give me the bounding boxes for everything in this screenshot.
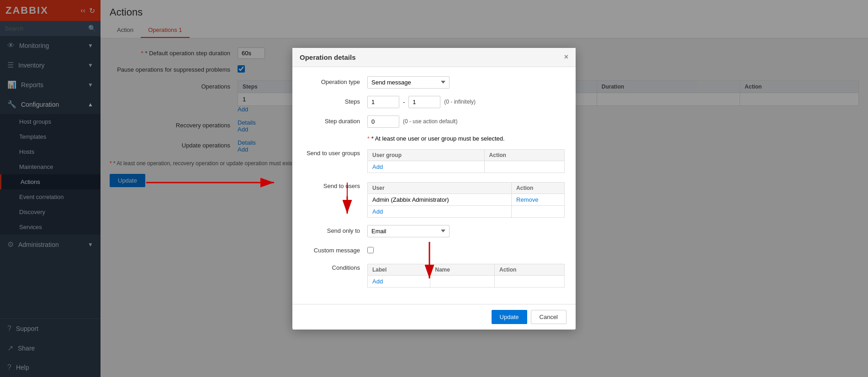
operation-details-modal: Operation details × Operation type Send … — [292, 48, 576, 330]
step-duration-input[interactable] — [367, 115, 399, 128]
send-to-groups-field: User group Action Add — [367, 147, 565, 173]
send-to-groups-row: Send to user groups User group Action Ad… — [303, 147, 565, 173]
step-duration-row: Step duration (0 - use action default) — [303, 115, 565, 128]
send-to-users-row: Send to users User Action Admin (Zabbix … — [303, 180, 565, 218]
remove-user-link[interactable]: Remove — [516, 196, 538, 203]
at-least-user-note: * * At least one user or user group must… — [367, 135, 565, 142]
operation-type-field: Send message Remote command — [367, 76, 565, 89]
step-duration-label: Step duration — [303, 115, 367, 125]
send-to-users-field: User Action Admin (Zabbix Administrator)… — [367, 180, 565, 218]
conditions-row: Conditions Label Name Action Add — [303, 262, 565, 288]
add-user-link[interactable]: Add — [372, 208, 383, 215]
steps-to-input[interactable] — [408, 96, 440, 108]
modal-close-button[interactable]: × — [564, 53, 568, 61]
user-name: Admin (Zabbix Administrator) — [368, 194, 512, 205]
label-col: Label — [368, 264, 430, 275]
table-row: Admin (Zabbix Administrator) Remove — [368, 194, 565, 205]
operation-type-select[interactable]: Send message Remote command — [367, 76, 450, 89]
steps-note: (0 - infinitely) — [444, 99, 476, 105]
modal-cancel-button[interactable]: Cancel — [531, 310, 566, 324]
users-table: User Action Admin (Zabbix Administrator)… — [367, 182, 565, 218]
custom-message-label: Custom message — [303, 245, 367, 254]
modal-body: Operation type Send message Remote comma… — [292, 67, 576, 304]
conditions-label: Conditions — [303, 262, 367, 271]
steps-row: Steps - (0 - infinitely) — [303, 96, 565, 108]
send-only-to-field: All Email SMS Jabber — [367, 225, 565, 237]
custom-message-checkbox[interactable] — [367, 247, 374, 253]
name-col: Name — [430, 264, 495, 275]
user-col: User — [368, 182, 512, 194]
steps-label: Steps — [303, 96, 367, 105]
steps-from-input[interactable] — [367, 96, 399, 108]
table-row: Add — [368, 205, 565, 217]
add-condition-link[interactable]: Add — [372, 278, 383, 285]
step-duration-note: (0 - use action default) — [403, 118, 457, 125]
user-groups-table: User group Action Add — [367, 149, 565, 173]
send-only-to-label: Send only to — [303, 225, 367, 234]
modal-update-button[interactable]: Update — [492, 310, 527, 324]
user-group-col: User group — [368, 149, 485, 161]
send-to-groups-label: Send to user groups — [303, 147, 367, 157]
modal-title: Operation details — [300, 53, 356, 61]
modal-footer: Update Cancel — [292, 304, 576, 330]
send-only-to-select[interactable]: All Email SMS Jabber — [367, 225, 450, 237]
table-row: Add — [368, 161, 565, 173]
custom-message-row: Custom message — [303, 245, 565, 255]
conditions-action-col: Action — [495, 264, 565, 275]
step-duration-field: (0 - use action default) — [367, 115, 565, 128]
send-to-users-label: Send to users — [303, 180, 367, 189]
modal-header: Operation details × — [292, 48, 576, 67]
operation-type-row: Operation type Send message Remote comma… — [303, 76, 565, 89]
conditions-field: Label Name Action Add — [367, 262, 565, 288]
table-row: Add — [368, 275, 565, 287]
conditions-table: Label Name Action Add — [367, 264, 565, 288]
custom-message-field — [367, 245, 565, 255]
send-only-to-row: Send only to All Email SMS Jabber — [303, 225, 565, 237]
steps-field: - (0 - infinitely) — [367, 96, 565, 108]
modal-overlay: Operation details × Operation type Send … — [0, 0, 868, 377]
add-group-link[interactable]: Add — [372, 163, 383, 170]
steps-dash: - — [403, 99, 405, 105]
action-col2: Action — [512, 182, 565, 194]
operation-type-label: Operation type — [303, 76, 367, 85]
action-col: Action — [484, 149, 564, 161]
